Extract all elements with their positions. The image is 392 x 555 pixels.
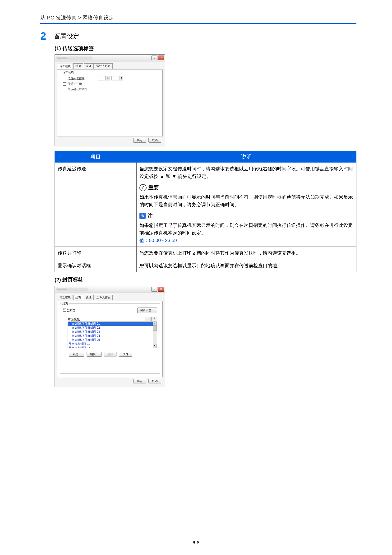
- section1-label: (1) 传送选项标签: [55, 45, 356, 52]
- scroll-down-icon[interactable]: ▼: [153, 344, 157, 348]
- tab-transfer[interactable]: 传送选项: [57, 295, 73, 300]
- label-attach-cover: 附封页: [67, 308, 75, 312]
- list-item[interactable]: 中文1简体字传真封面 01: [68, 322, 157, 326]
- cancel-button[interactable]: 取消: [149, 379, 161, 383]
- value-text: 值：00:00 - 23:59: [139, 237, 353, 244]
- edit-info-button[interactable]: 编辑讯息 ...: [137, 307, 157, 313]
- scroll-thumb[interactable]: [153, 326, 157, 331]
- cell-desc-0: 当您想要设定文档传送时间时，请勾选该复选框以启用该框右侧的时间字段。可使用键盘直…: [137, 162, 356, 247]
- scrollbar[interactable]: ▲ ▼: [153, 322, 157, 348]
- hour-input[interactable]: [98, 76, 106, 80]
- tab-auth[interactable]: 验证: [84, 63, 94, 69]
- note-icon: ✎: [139, 213, 146, 219]
- th-item: 项目: [55, 151, 137, 162]
- edit-button[interactable]: 编辑...: [86, 352, 102, 357]
- list-item[interactable]: 英文传真封面 01: [68, 342, 157, 346]
- help-button[interactable]: ?: [151, 56, 157, 60]
- help-button[interactable]: ?: [151, 287, 157, 292]
- dialog-transfer-options: Kyocera ░░░░░░░░░░░░ ? ✕ 传送选项 封页 验证 送件人信…: [55, 54, 165, 146]
- note-label: 注: [148, 212, 153, 220]
- template-label: 封面模板：: [68, 317, 83, 321]
- tab-cover[interactable]: 封页: [73, 295, 83, 300]
- minute-input[interactable]: [111, 76, 119, 80]
- preview-button[interactable]: 预览: [119, 352, 132, 357]
- note-text: 如果您指定了早于传真机实际显示的时间，则会在次日指定的时间执行传送操作。请务必在…: [139, 221, 353, 237]
- list-item[interactable]: 中文1简体字传真封面 05: [68, 338, 157, 342]
- sort-down-button[interactable]: ⬇: [151, 317, 157, 321]
- template-listbox[interactable]: 中文1简体字传真封面 01 中文1简体字传真封面 02 中文1简体字传真封面 0…: [68, 321, 157, 348]
- tab-bar: 传送选项 封页 验证 送件人信息: [57, 295, 163, 300]
- section2-label: (2) 封页标签: [55, 276, 356, 283]
- new-button[interactable]: 新建...: [69, 352, 84, 357]
- cell-desc-2: 您可以勾选该复选框以显示目的地确认画面并在传送前检查目的地。: [137, 259, 356, 272]
- tab-transfer[interactable]: 传送选项: [57, 64, 73, 69]
- desc-main-0: 当您想要设定文档传送时间时，请勾选该复选框以启用该框右侧的时间字段。可使用键盘直…: [139, 165, 353, 180]
- tab-sender[interactable]: 送件人信息: [94, 63, 113, 69]
- important-icon: ✓: [139, 184, 147, 191]
- label-print: 传送并打印: [68, 82, 82, 86]
- cell-desc-1: 当您想要在传真机上打印文档的同时将其作为传真发送时，请勾选该复选框。: [137, 247, 356, 259]
- scroll-up-icon[interactable]: ▲: [153, 322, 157, 326]
- close-button[interactable]: ✕: [158, 287, 164, 292]
- cell-item-1: 传送并打印: [55, 247, 137, 259]
- titlebar: Kyocera ░░░░░░░░░░░░ ? ✕: [55, 55, 165, 61]
- page-number: 6-8: [0, 540, 392, 546]
- step-title: 配置设定。: [55, 32, 356, 41]
- label-confirm: 显示确认对话框: [68, 87, 87, 91]
- tab-sender[interactable]: 送件人信息: [94, 295, 113, 300]
- delete-button[interactable]: 删除: [104, 352, 117, 357]
- settings-table: 项目 说明 传真延迟传送 当您想要设定文档传送时间时，请勾选该复选框以启用该框右…: [55, 151, 356, 272]
- minute-spinner[interactable]: ▴▾: [120, 76, 123, 80]
- titlebar: Kyocera ░░░░░░░░░░ ? ✕: [55, 286, 165, 293]
- window-title-blur: Kyocera ░░░░░░░░░░: [57, 288, 88, 291]
- list-item[interactable]: 中文1简体字传真封面 03: [68, 330, 157, 334]
- breadcrumb: 从 PC 发送传真 > 网络传真设定: [40, 14, 356, 21]
- cancel-button[interactable]: 取消: [149, 138, 161, 143]
- ok-button[interactable]: 确定: [133, 379, 146, 383]
- checkbox-delay[interactable]: [63, 77, 66, 80]
- dialog-cover-page: Kyocera ░░░░░░░░░░ ? ✕ 传送选项 封页 验证 送件人信息: [55, 286, 165, 387]
- time-field[interactable]: ▴▾ : ▴▾: [98, 76, 123, 80]
- tab-auth[interactable]: 验证: [84, 295, 94, 300]
- checkbox-print[interactable]: [63, 82, 66, 86]
- list-item[interactable]: 英文传真封面 02: [68, 346, 157, 348]
- ok-button[interactable]: 确定: [133, 138, 146, 143]
- list-item[interactable]: 中文1简体字传真封面 02: [68, 326, 157, 330]
- top-divider: [40, 23, 356, 24]
- cell-item-0: 传真延迟传送: [55, 162, 137, 247]
- hour-spinner[interactable]: ▴▾: [106, 76, 110, 80]
- important-text: 如果本传真机信息画面中显示的时间与当前时间不符，则使用定时器的通信将无法如期完成…: [139, 193, 353, 208]
- group-label: 传送选项: [61, 70, 75, 74]
- tab-cover[interactable]: 封页: [73, 63, 83, 69]
- list-item[interactable]: 中文1简体字传真封面 04: [68, 334, 157, 338]
- checkbox-attach-cover[interactable]: [63, 308, 66, 312]
- close-button[interactable]: ✕: [158, 56, 164, 60]
- time-sep: :: [110, 77, 111, 80]
- tab-bar: 传送选项 封页 验证 送件人信息: [57, 63, 163, 69]
- window-title-blur: Kyocera ░░░░░░░░░░░░: [57, 56, 92, 59]
- th-desc: 说明: [137, 151, 356, 162]
- cell-item-2: 显示确认对话框: [55, 259, 137, 272]
- step-number: 2: [40, 31, 55, 41]
- group-label: 封页: [61, 302, 69, 306]
- important-label: 重要: [149, 183, 159, 192]
- checkbox-confirm[interactable]: [63, 88, 66, 91]
- sort-up-button[interactable]: ⬆: [145, 317, 151, 321]
- label-delay: 传真延迟传送: [68, 76, 85, 80]
